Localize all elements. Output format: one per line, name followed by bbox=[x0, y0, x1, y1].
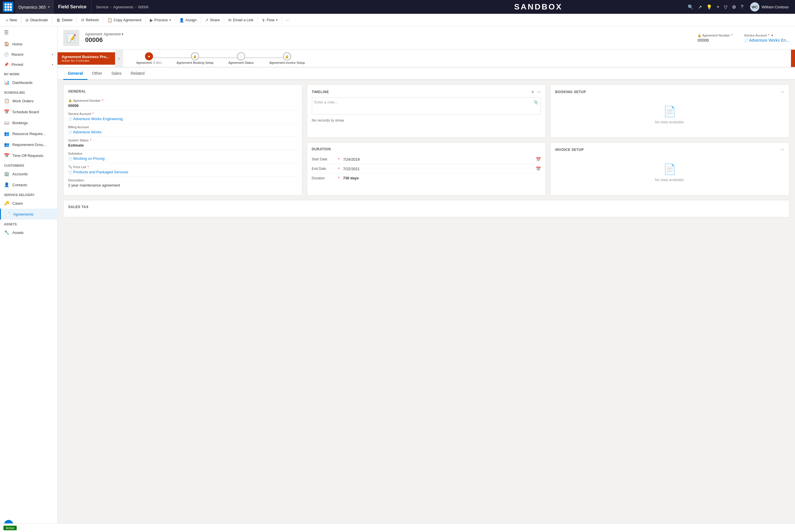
attach-icon[interactable]: 📎 bbox=[534, 100, 538, 104]
refresh-icon: ↺ bbox=[81, 18, 84, 22]
sidebar-item-recent[interactable]: 🕐 Recent ▾ bbox=[0, 50, 57, 59]
substatus-field-value[interactable]: 📄 Working on Pricing bbox=[68, 156, 297, 161]
more-button[interactable]: ··· bbox=[282, 14, 293, 26]
tab-sales[interactable]: Sales bbox=[107, 68, 126, 80]
process-button[interactable]: ▶ Process ▾ bbox=[146, 14, 174, 26]
timeline-add-button[interactable]: + bbox=[532, 89, 534, 95]
sidebar-item-resource-requirements[interactable]: 👥 Resource Require... bbox=[0, 128, 57, 139]
timeline-more-button[interactable]: ··· bbox=[537, 89, 541, 95]
process-step-status[interactable]: ○ Agreement Status bbox=[218, 52, 264, 64]
start-date-value[interactable]: 7/24/2019 bbox=[343, 157, 534, 162]
sidebar-item-contacts[interactable]: 👤 Contacts bbox=[0, 179, 57, 190]
agreement-number-value: 00006 bbox=[698, 38, 733, 42]
process-step-invoice-setup[interactable]: 🔒 Agreement Invoice Setup bbox=[264, 52, 310, 64]
refresh-button[interactable]: ↺ Refresh bbox=[77, 14, 103, 26]
system-status-field-value[interactable]: Estimate bbox=[68, 142, 297, 148]
sidebar-item-time-off-requests[interactable]: 📅 Time Off Requests bbox=[0, 150, 57, 161]
sidebar-item-schedule-board[interactable]: 📅 Schedule Board bbox=[0, 106, 57, 117]
new-icon: + bbox=[6, 18, 8, 22]
step-circle-agreement: ● bbox=[145, 52, 153, 60]
process-step-agreement[interactable]: ● Agreement (4 Min) bbox=[126, 52, 172, 64]
description-field-value[interactable]: 2 year maintenance agreement bbox=[68, 183, 297, 188]
start-date-calendar-icon[interactable]: 📅 bbox=[536, 157, 541, 162]
new-button[interactable]: + New bbox=[2, 14, 20, 26]
service-account-field-value[interactable]: 📄 Adventure Works Engineering bbox=[68, 116, 297, 121]
sidebar-collapse-button[interactable]: ☰ bbox=[0, 26, 57, 39]
add-icon[interactable]: + bbox=[717, 4, 719, 10]
service-account-field-icon: 📄 bbox=[68, 117, 72, 121]
delete-button[interactable]: 🗑 Delete bbox=[53, 14, 76, 26]
flow-icon: ↯ bbox=[262, 18, 265, 22]
toolbar-separator bbox=[201, 17, 201, 23]
invoice-setup-more-button[interactable]: ··· bbox=[781, 147, 784, 152]
assign-button[interactable]: 👤 Assign bbox=[176, 14, 200, 26]
process-alert: Agreement Business Pro... Active for 4 m… bbox=[57, 52, 115, 65]
no-data-icon: 📄 bbox=[663, 106, 676, 117]
end-date-value[interactable]: 7/22/2021 bbox=[343, 167, 534, 171]
booking-setup-more-button[interactable]: ··· bbox=[781, 89, 784, 95]
flow-chevron-icon: ▾ bbox=[276, 18, 278, 22]
toolbar-separator bbox=[146, 17, 146, 23]
agreement-number-row: 🔒 Agreement Number * 00006 bbox=[68, 97, 297, 110]
nav-icon-group: 🔍 ↗ 💡 + ▽ ⚙ ? bbox=[684, 4, 747, 10]
form-body: GENERAL 🔒 Agreement Number * 00006 Servi… bbox=[57, 80, 795, 200]
breadcrumb-record[interactable]: 00006 bbox=[138, 5, 148, 9]
record-header-fields: 🔒 Agreement Number * 00006 Service Accou… bbox=[698, 34, 789, 42]
sidebar-item-dashboards[interactable]: 📊 Dashboards bbox=[0, 77, 57, 88]
process-bar: Agreement Business Pro... Active for 4 m… bbox=[57, 50, 795, 68]
recent-chevron-icon: ▾ bbox=[52, 53, 53, 56]
sidebar-item-pinned[interactable]: 📌 Pinned ▾ bbox=[0, 59, 57, 70]
deactivate-button[interactable]: ⊘ Deactivate bbox=[22, 14, 51, 26]
tab-related[interactable]: Related bbox=[126, 68, 149, 80]
tab-general[interactable]: General bbox=[63, 68, 88, 80]
sidebar-item-requirement-groups[interactable]: 👥 Requirement Grou... bbox=[0, 139, 57, 150]
process-step-booking-setup[interactable]: 🔒 Agreement Booking Setup bbox=[172, 52, 218, 64]
breadcrumb-service[interactable]: Service bbox=[96, 5, 108, 9]
timeline-note-input[interactable]: Enter a note... 📎 bbox=[312, 97, 541, 115]
sidebar-item-bookings[interactable]: 📖 Bookings bbox=[0, 117, 57, 128]
settings-icon[interactable]: ⚙ bbox=[732, 4, 736, 10]
requirement-groups-icon: 👥 bbox=[4, 142, 10, 147]
booking-setup-title: BOOKING SETUP bbox=[555, 90, 586, 94]
end-date-calendar-icon[interactable]: 📅 bbox=[536, 166, 541, 171]
help-icon[interactable]: ? bbox=[741, 4, 743, 10]
flow-icon[interactable]: ↗ bbox=[698, 4, 702, 10]
no-data-invoice-icon: 📄 bbox=[663, 163, 676, 175]
tab-other[interactable]: Other bbox=[88, 68, 107, 80]
my-work-section-label: My Work bbox=[0, 70, 57, 77]
process-alert-sub: Active for 4 minutes bbox=[61, 59, 111, 62]
invoice-setup-no-data: 📄 No data available. bbox=[555, 155, 784, 191]
sidebar-item-cases[interactable]: 🔑 Cases bbox=[0, 198, 57, 209]
share-button[interactable]: ↗ Share bbox=[202, 14, 223, 26]
billing-account-field-value[interactable]: 📄 Adventure Works bbox=[68, 129, 297, 135]
system-status-row: System Status * Estimate bbox=[68, 137, 297, 150]
agreement-number-field-value[interactable]: 00006 bbox=[68, 103, 297, 108]
toolbar-separator bbox=[257, 17, 258, 23]
toolbar-separator bbox=[21, 17, 21, 23]
sidebar-item-agreements[interactable]: 📄 Agreements bbox=[0, 209, 57, 220]
process-nav-back-button[interactable]: ‹ bbox=[115, 50, 123, 67]
timeline-empty-text: No records to show. bbox=[312, 115, 541, 126]
copy-agreement-button[interactable]: 📋 Copy Agreement bbox=[104, 14, 145, 26]
app-name[interactable]: Dynamics 365 ▾ bbox=[15, 0, 54, 14]
toolbar-separator bbox=[52, 17, 52, 23]
filter-icon[interactable]: ▽ bbox=[724, 4, 727, 10]
toolbar-separator bbox=[103, 17, 103, 23]
record-entity-chevron-icon[interactable]: ▾ bbox=[122, 32, 124, 36]
price-list-icon: 🔍 bbox=[68, 165, 72, 169]
price-list-field-value[interactable]: 📄 Products and Packaged Services bbox=[68, 169, 297, 175]
sidebar-item-assets[interactable]: 🔧 Assets bbox=[0, 227, 57, 238]
email-link-button[interactable]: ✉ Email a Link bbox=[225, 14, 257, 26]
breadcrumb-agreements[interactable]: Agreements bbox=[113, 5, 133, 9]
sidebar-item-accounts[interactable]: 🏢 Accounts bbox=[0, 168, 57, 179]
sidebar-item-home[interactable]: 🏠 Home bbox=[0, 39, 57, 50]
service-account-chevron-icon[interactable]: ▾ bbox=[772, 34, 773, 37]
waffle-menu[interactable] bbox=[3, 2, 13, 12]
service-account-value[interactable]: 📄 Adventure Works En... bbox=[744, 38, 789, 42]
search-icon[interactable]: 🔍 bbox=[688, 4, 694, 10]
flow-button[interactable]: ↯ Flow ▾ bbox=[258, 14, 281, 26]
sidebar-item-work-orders[interactable]: 📋 Work Orders bbox=[0, 95, 57, 106]
lightbulb-icon[interactable]: 💡 bbox=[706, 4, 712, 10]
step-lock-icon: 🔒 bbox=[193, 55, 197, 58]
user-menu[interactable]: WC William Contoso bbox=[747, 2, 792, 12]
